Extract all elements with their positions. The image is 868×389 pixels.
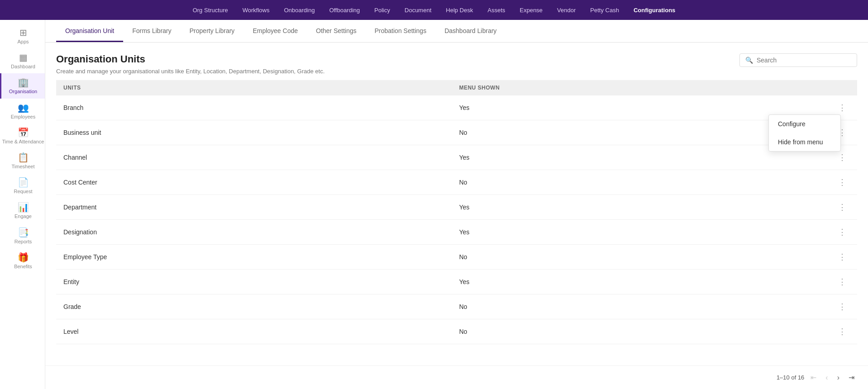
more-actions-button[interactable]: ⋮ bbox=[834, 252, 850, 262]
table-row: Designation Yes ⋮ bbox=[56, 220, 857, 245]
sidebar-icon: ▦ bbox=[19, 53, 28, 62]
sidebar-icon: 📊 bbox=[18, 203, 29, 212]
units-table: UNITS MENU SHOWN Branch Yes ⋮ Business u… bbox=[56, 80, 857, 344]
more-actions-button[interactable]: ⋮ bbox=[834, 277, 850, 287]
col-menu-shown: MENU SHOWN bbox=[452, 80, 827, 95]
sidebar-item-label: Dashboard bbox=[11, 64, 35, 70]
top-nav-item-help-desk[interactable]: Help Desk bbox=[446, 5, 473, 15]
top-nav-item-configurations[interactable]: Configurations bbox=[633, 5, 675, 15]
cell-menu-shown: No bbox=[452, 294, 827, 319]
dropdown-item-configure[interactable]: Configure bbox=[769, 115, 840, 133]
more-actions-button[interactable]: ⋮ bbox=[834, 152, 850, 162]
search-input[interactable] bbox=[757, 57, 851, 64]
tab-forms-library[interactable]: Forms Library bbox=[123, 20, 180, 42]
sidebar-item-label: Time & Attendance bbox=[2, 139, 44, 145]
sidebar-item-apps[interactable]: ⊞Apps bbox=[0, 24, 45, 48]
content-area: Organisation UnitForms LibraryProperty L… bbox=[45, 20, 868, 389]
sidebar-item-benefits[interactable]: 🎁Benefits bbox=[0, 248, 45, 273]
sidebar-item-timesheet[interactable]: 📋Timesheet bbox=[0, 148, 45, 173]
page-title: Organisation Units bbox=[56, 53, 325, 65]
tab-probation-settings[interactable]: Probation Settings bbox=[365, 20, 435, 42]
cell-menu-shown: No bbox=[452, 319, 827, 344]
more-actions-button[interactable]: ⋮ bbox=[834, 177, 850, 187]
tab-property-library[interactable]: Property Library bbox=[181, 20, 244, 42]
top-nav-item-vendor[interactable]: Vendor bbox=[557, 5, 575, 15]
cell-units: Employee Type bbox=[56, 245, 452, 270]
actions-cell: ⋮ bbox=[827, 294, 857, 319]
cell-units: Branch bbox=[56, 95, 452, 120]
main-layout: ⊞Apps▦Dashboard🏢Organisation👥Employees📅T… bbox=[0, 20, 868, 389]
cell-units: Cost Center bbox=[56, 170, 452, 195]
top-nav-item-workflows[interactable]: Workflows bbox=[242, 5, 269, 15]
table-row: Level No ⋮ bbox=[56, 319, 857, 344]
table-row: Employee Type No ⋮ bbox=[56, 245, 857, 270]
sidebar-item-engage[interactable]: 📊Engage bbox=[0, 198, 45, 223]
more-actions-button[interactable]: ⋮ bbox=[834, 103, 850, 113]
more-actions-button[interactable]: ⋮ bbox=[834, 227, 850, 237]
pagination-first-button[interactable]: ⇤ bbox=[808, 371, 819, 384]
top-nav-item-document[interactable]: Document bbox=[405, 5, 432, 15]
cell-menu-shown: Yes bbox=[452, 220, 827, 245]
sidebar-icon: ⊞ bbox=[19, 28, 27, 37]
top-nav-item-assets[interactable]: Assets bbox=[488, 5, 505, 15]
page-header-left: Organisation Units Create and manage you… bbox=[56, 53, 325, 75]
table-header: UNITS MENU SHOWN bbox=[56, 80, 857, 95]
sidebar-icon: 📑 bbox=[18, 228, 29, 237]
more-actions-button[interactable]: ⋮ bbox=[834, 202, 850, 212]
top-nav-item-expense[interactable]: Expense bbox=[520, 5, 543, 15]
cell-units: Entity bbox=[56, 270, 452, 294]
pagination-info: 1–10 of 16 bbox=[777, 374, 804, 381]
pagination-prev-button[interactable]: ‹ bbox=[823, 372, 830, 384]
dropdown-item-hide-from-menu[interactable]: Hide from menu bbox=[769, 133, 840, 151]
sidebar-item-employees[interactable]: 👥Employees bbox=[0, 99, 45, 123]
actions-cell: ⋮ bbox=[827, 220, 857, 245]
top-nav-item-org-structure[interactable]: Org Structure bbox=[192, 5, 228, 15]
table-footer: 1–10 of 16 ⇤ ‹ › ⇥ bbox=[45, 365, 868, 389]
cell-menu-shown: Yes bbox=[452, 270, 827, 294]
sidebar-icon: 📄 bbox=[18, 178, 29, 187]
sidebar-item-label: Apps bbox=[17, 39, 29, 45]
top-nav-item-petty-cash[interactable]: Petty Cash bbox=[590, 5, 619, 15]
sidebar-item-organisation[interactable]: 🏢Organisation bbox=[0, 73, 45, 98]
top-nav-item-offboarding[interactable]: Offboarding bbox=[329, 5, 360, 15]
cell-menu-shown: No bbox=[452, 170, 827, 195]
cell-units: Designation bbox=[56, 220, 452, 245]
sidebar-item-time-&-attendance[interactable]: 📅Time & Attendance bbox=[0, 123, 45, 148]
tab-other-settings[interactable]: Other Settings bbox=[307, 20, 366, 42]
cell-units: Business unit bbox=[56, 120, 452, 145]
actions-cell: ⋮ bbox=[827, 170, 857, 195]
cell-units: Department bbox=[56, 195, 452, 220]
cell-units: Channel bbox=[56, 145, 452, 170]
sidebar-icon: 👥 bbox=[18, 103, 29, 112]
more-actions-button[interactable]: ⋮ bbox=[834, 302, 850, 312]
tab-organisation-unit[interactable]: Organisation Unit bbox=[56, 20, 123, 42]
pagination-last-button[interactable]: ⇥ bbox=[846, 371, 857, 384]
top-nav-item-onboarding[interactable]: Onboarding bbox=[284, 5, 315, 15]
sidebar-item-dashboard[interactable]: ▦Dashboard bbox=[0, 48, 45, 73]
actions-cell: ⋮ bbox=[827, 270, 857, 294]
cell-menu-shown: Yes bbox=[452, 195, 827, 220]
table-row: Grade No ⋮ bbox=[56, 294, 857, 319]
more-actions-button[interactable]: ⋮ bbox=[834, 327, 850, 337]
top-nav: Org StructureWorkflowsOnboardingOffboard… bbox=[0, 0, 868, 20]
tab-dashboard-library[interactable]: Dashboard Library bbox=[436, 20, 506, 42]
cell-units: Grade bbox=[56, 294, 452, 319]
table-row: Cost Center No ⋮ bbox=[56, 170, 857, 195]
sidebar: ⊞Apps▦Dashboard🏢Organisation👥Employees📅T… bbox=[0, 20, 45, 389]
actions-cell: ⋮ bbox=[827, 245, 857, 270]
sidebar-item-reports[interactable]: 📑Reports bbox=[0, 223, 45, 248]
dropdown-menu: ConfigureHide from menu bbox=[768, 114, 841, 152]
sidebar-item-request[interactable]: 📄Request bbox=[0, 173, 45, 198]
tab-bar: Organisation UnitForms LibraryProperty L… bbox=[45, 20, 868, 43]
pagination-next-button[interactable]: › bbox=[834, 372, 842, 384]
actions-cell: ⋮ bbox=[827, 319, 857, 344]
page-subtitle: Create and manage your organisational un… bbox=[56, 68, 325, 75]
tab-employee-code[interactable]: Employee Code bbox=[244, 20, 307, 42]
cell-units: Level bbox=[56, 319, 452, 344]
search-box: 🔍 bbox=[739, 53, 857, 67]
actions-cell: ⋮ bbox=[827, 195, 857, 220]
top-nav-item-policy[interactable]: Policy bbox=[374, 5, 390, 15]
table-row: Entity Yes ⋮ bbox=[56, 270, 857, 294]
sidebar-item-label: Employees bbox=[11, 114, 35, 120]
table-row: Branch Yes ⋮ bbox=[56, 95, 857, 120]
